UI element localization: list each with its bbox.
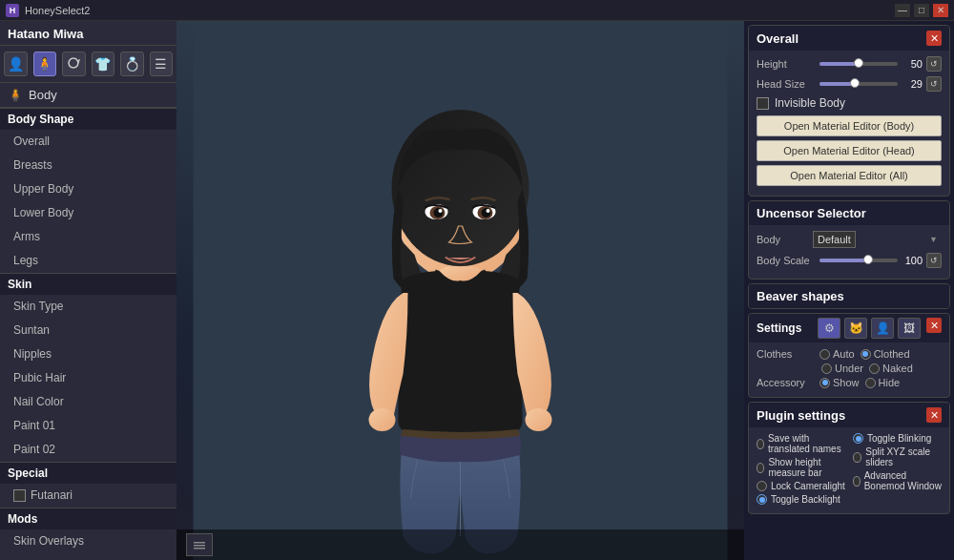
body-scale-label: Body Scale (757, 255, 816, 266)
minimize-button[interactable]: — (895, 4, 910, 17)
body-dropdown[interactable]: Default (813, 231, 856, 248)
lock-camera-radio[interactable] (757, 481, 767, 491)
menu-item-arms[interactable]: Arms (0, 225, 176, 249)
clothes-under-radio[interactable] (821, 363, 832, 374)
menu-item-skin-type[interactable]: Skin Type (0, 295, 176, 319)
accessory-show-radio[interactable] (819, 378, 830, 388)
plugin-save-translated[interactable]: Save with translated names (757, 433, 845, 454)
plugin-height-bar[interactable]: Show height measure bar (757, 457, 845, 478)
tab-icons: 👤 🧍 👕 💍 ☰ (0, 46, 176, 83)
toggle-backlight-label: Toggle Backlight (771, 494, 840, 505)
clothes-naked-radio[interactable] (869, 363, 880, 374)
accessory-hide-radio[interactable] (865, 378, 876, 388)
save-translated-label: Save with translated names (768, 433, 845, 454)
category-text: Body (29, 88, 57, 102)
height-track[interactable] (819, 62, 898, 66)
character-display (176, 21, 744, 560)
height-thumb[interactable] (854, 58, 863, 68)
tab-outfit[interactable]: 👕 (92, 52, 115, 76)
settings-panel-body: Clothes Auto Clothed Under (749, 342, 949, 397)
plugin-lock-camera[interactable]: Lock Cameralight (757, 481, 845, 491)
clothes-auto-option[interactable]: Auto (819, 348, 855, 360)
menu-item-legs[interactable]: Legs (0, 249, 176, 273)
clothes-clothed-option[interactable]: Clothed (861, 348, 910, 360)
invisible-body-label: Invisible Body (775, 96, 845, 110)
menu-item-overall[interactable]: Overall (0, 130, 176, 154)
tab-person[interactable]: 👤 (4, 52, 28, 76)
svg-point-11 (439, 209, 443, 213)
settings-gear-btn[interactable]: ⚙ (818, 318, 840, 339)
clothes-auto-radio[interactable] (819, 349, 830, 360)
menu-item-breasts[interactable]: Breasts (0, 154, 176, 177)
plugin-close-btn[interactable]: ✕ (926, 407, 942, 423)
tab-list[interactable]: ☰ (150, 52, 174, 76)
menu-item-skin-overlays[interactable]: Skin Overlays (0, 529, 176, 553)
close-button[interactable]: ✕ (933, 4, 948, 17)
settings-close-btn[interactable]: ✕ (926, 318, 942, 333)
height-bar-radio[interactable] (757, 463, 764, 473)
overall-close-btn[interactable]: ✕ (926, 31, 942, 46)
tab-head[interactable] (62, 52, 86, 76)
height-reset-btn[interactable]: ↺ (926, 56, 942, 72)
accessory-show-option[interactable]: Show (819, 377, 860, 388)
menu-item-futanari[interactable]: Futanari (0, 484, 176, 508)
toggle-blinking-radio[interactable] (853, 433, 863, 444)
tab-accessory[interactable]: 💍 (120, 52, 144, 76)
tab-body[interactable]: 🧍 (33, 52, 57, 76)
menu-item-nipples[interactable]: Nipples (0, 342, 176, 366)
body-scale-track[interactable] (819, 259, 898, 262)
category-icon: 🧍 (8, 88, 23, 102)
toggle-backlight-radio[interactable] (757, 494, 767, 505)
futanari-checkbox[interactable] (13, 489, 26, 502)
section-header-special: Special (0, 462, 176, 484)
settings-person-btn[interactable]: 👤 (871, 318, 894, 339)
split-xyz-radio[interactable] (853, 452, 861, 463)
svg-rect-16 (194, 545, 205, 547)
menu-item-pubic-hair[interactable]: Pubic Hair (0, 366, 176, 390)
accessory-radio-group: Accessory Show Hide (757, 377, 942, 388)
svg-point-13 (369, 408, 396, 431)
app-title: HoneySelect2 (25, 5, 91, 16)
open-material-all-btn[interactable]: Open Material Editor (All) (757, 165, 942, 186)
viewport[interactable] (176, 21, 744, 560)
body-select-wrapper: Default (813, 231, 942, 248)
body-select-label: Body (757, 234, 809, 245)
menu-item-paint-02[interactable]: Paint 02 (0, 438, 176, 462)
invisible-body-checkbox[interactable] (757, 97, 769, 110)
height-label: Height (757, 58, 816, 70)
accessory-hide-option[interactable]: Hide (865, 377, 901, 388)
menu-item-lower-body[interactable]: Lower Body (0, 201, 176, 225)
open-material-body-btn[interactable]: Open Material Editor (Body) (757, 115, 942, 136)
svg-point-9 (434, 208, 444, 218)
height-fill (819, 62, 859, 66)
menu-item-suntan[interactable]: Suntan (0, 319, 176, 342)
viewport-settings-btn[interactable] (186, 533, 213, 556)
maximize-button[interactable]: □ (914, 4, 929, 17)
open-material-head-btn[interactable]: Open Material Editor (Head) (757, 140, 942, 161)
plugin-split-xyz[interactable]: Split XYZ scale sliders (853, 446, 942, 467)
accessory-hide-label: Hide (879, 377, 901, 388)
plugin-advanced-bonemod[interactable]: Advanced Bonemod Window (853, 470, 942, 491)
plugin-panel-header: Plugin settings ✕ (749, 403, 949, 427)
menu-item-paint-01[interactable]: Paint 01 (0, 414, 176, 438)
overall-panel: Overall ✕ Height 50 ↺ Head Size (748, 25, 950, 197)
section-header-body-shape: Body Shape (0, 108, 176, 130)
head-size-reset-btn[interactable]: ↺ (926, 76, 942, 92)
body-scale-thumb[interactable] (863, 255, 873, 264)
left-panel: Hatano Miwa 👤 🧍 👕 💍 ☰ 🧍 Body Body Shape (0, 21, 176, 560)
save-translated-radio[interactable] (757, 439, 764, 449)
plugin-toggle-backlight[interactable]: Toggle Backlight (757, 494, 845, 505)
body-scale-reset-btn[interactable]: ↺ (926, 253, 942, 268)
settings-image-btn[interactable]: 🖼 (898, 318, 921, 339)
head-size-label: Head Size (757, 78, 816, 90)
settings-cat-btn[interactable]: 🐱 (844, 318, 867, 339)
plugin-toggle-blinking[interactable]: Toggle Blinking (853, 433, 942, 444)
head-size-track[interactable] (819, 82, 898, 86)
clothes-naked-option[interactable]: Naked (869, 363, 913, 374)
advanced-bonemod-radio[interactable] (853, 476, 861, 487)
clothes-under-option[interactable]: Under (821, 363, 863, 374)
clothes-clothed-radio[interactable] (861, 349, 871, 360)
menu-item-nail-color[interactable]: Nail Color (0, 390, 176, 414)
menu-item-upper-body[interactable]: Upper Body (0, 177, 176, 201)
head-size-thumb[interactable] (850, 78, 860, 88)
